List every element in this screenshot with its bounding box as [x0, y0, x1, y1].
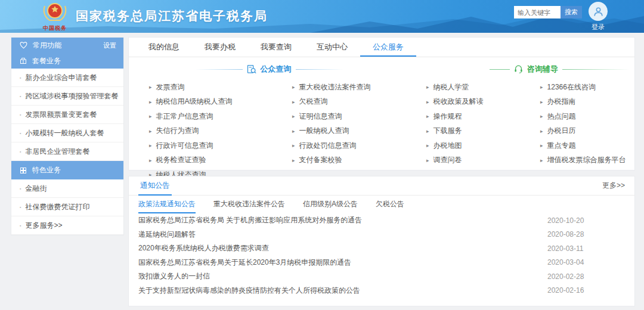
query-column-2: ▸重大税收违法案件查询 ▸欠税查询 ▸证明信息查询 ▸一般纳税人查询 ▸行政处罚… — [292, 80, 426, 182]
notice-item-date: 2020-08-28 — [547, 230, 625, 238]
notice-item-date: 2020-02-28 — [547, 272, 625, 281]
link-label: 下载服务 — [434, 126, 462, 136]
subtab-major-violations[interactable]: 重大税收违法案件公告 — [213, 196, 285, 213]
sidebar-item-finance-street[interactable]: ▪金融街 — [11, 179, 123, 198]
sidebar-item-label: 发票限额票量变更套餐 — [25, 110, 97, 120]
tab-my-info[interactable]: 我的信息 — [136, 38, 192, 57]
sidebar-item-label: 跨区域涉税事项报验管理套餐 — [25, 91, 118, 101]
nav-tabs: 我的信息 我要办税 我要查询 互动中心 公众服务 — [129, 38, 634, 57]
arrow-icon: ▸ — [292, 84, 295, 90]
search-button[interactable]: 搜索 — [561, 6, 582, 18]
notice-item-title: 2020年税务系统纳税人办税缴费需求调查 — [138, 243, 547, 253]
subtab-credit-a[interactable]: 信用级别A级公告 — [303, 196, 358, 213]
notice-header: 通知公告 更多>> — [129, 176, 634, 196]
sidebar-package-business[interactable]: 套餐业务 — [11, 53, 123, 69]
decorative-line — [296, 69, 343, 70]
main-panel: 我的信息 我要办税 我要查询 互动中心 公众服务 — [128, 37, 635, 170]
link-major-violation-query[interactable]: ▸重大税收违法案件查询 — [292, 80, 426, 95]
arrow-icon: ▸ — [426, 128, 429, 134]
arrow-icon: ▸ — [540, 157, 543, 163]
search-input[interactable] — [514, 6, 561, 18]
sidebar-item-small-scale[interactable]: ▪小规模转一般纳税人套餐 — [11, 124, 123, 142]
sidebar-item-featured-business[interactable]: 特色业务 — [11, 161, 123, 179]
notice-row[interactable]: 递延纳税问题解答 2020-08-28 — [129, 228, 634, 242]
link-dishonesty-query[interactable]: ▸失信行为查询 — [149, 124, 292, 139]
login-link[interactable]: 登录 — [585, 23, 611, 32]
link-invoice-query[interactable]: ▸发票查询 — [149, 80, 292, 95]
link-tax-map[interactable]: ▸办税地图 — [426, 138, 490, 153]
query-column-3: ▸纳税人学堂 ▸税收政策及解读 ▸操作规程 ▸下载服务 ▸办税地图 ▸调查问卷 — [426, 80, 490, 182]
link-tax-arrears-query[interactable]: ▸欠税查询 — [292, 95, 426, 110]
link-12366-online[interactable]: ▸12366在线咨询 — [540, 80, 634, 95]
link-label: 证明信息查询 — [299, 111, 342, 122]
link-label: 失信行为查询 — [156, 126, 199, 136]
notice-item-date: 2020-03-04 — [547, 258, 625, 266]
link-tax-policy[interactable]: ▸税收政策及解读 — [426, 95, 490, 110]
sidebar-item-more-services[interactable]: ▪更多服务>> — [11, 216, 123, 235]
sidebar-item-label: 小规模转一般纳税人套餐 — [25, 128, 104, 138]
link-tax-calendar[interactable]: ▸办税日历 — [540, 124, 634, 139]
link-taxpayer-school[interactable]: ▸纳税人学堂 — [426, 80, 490, 95]
arrow-icon: ▸ — [540, 113, 543, 119]
tax-emblem-logo: 中国税务 — [39, 1, 70, 31]
sidebar-item-cross-region[interactable]: ▪跨区域涉税事项报验管理套餐 — [11, 87, 123, 106]
notice-item-title: 国家税务总局江苏省税务局关于延长2020年3月纳税申报期限的通告 — [138, 258, 547, 268]
sidebar-item-label: 新办企业综合申请套餐 — [25, 73, 97, 83]
arrow-icon: ▸ — [149, 128, 152, 134]
link-inspection-cert-check[interactable]: ▸税务检查证查验 — [149, 153, 292, 168]
link-label: 纳税人学堂 — [434, 82, 469, 92]
notice-item-title: 致扣缴义务人的一封信 — [138, 271, 547, 281]
sidebar-item-new-enterprise[interactable]: ▪新办企业综合申请套餐 — [11, 69, 123, 87]
link-admin-penalty-query[interactable]: ▸行政处罚信息查询 — [292, 138, 426, 153]
subtab-policy-notices[interactable]: 政策法规通知公告 — [138, 196, 196, 213]
link-vat-invoice-platform[interactable]: ▸增值税发票综合服务平台 — [540, 153, 634, 168]
link-survey[interactable]: ▸调查问卷 — [426, 153, 490, 168]
arrow-icon: ▸ — [540, 84, 543, 90]
link-label: 税收政策及解读 — [434, 97, 484, 107]
tab-public-services[interactable]: 公众服务 — [360, 38, 416, 57]
arrow-icon: ▸ — [149, 142, 152, 148]
tab-tax-handling[interactable]: 我要办税 — [192, 38, 248, 57]
tab-interaction-center[interactable]: 互动中心 — [304, 38, 360, 57]
link-admin-license-query[interactable]: ▸行政许可信息查询 — [149, 138, 292, 153]
link-hot-issues[interactable]: ▸热点问题 — [540, 109, 634, 124]
link-abnormal-account-query[interactable]: ▸非正常户信息查询 — [149, 109, 292, 124]
notice-row[interactable]: 关于支持新型冠状病毒感染的肺炎疫情防控有关个人所得税政策的公告 2020-02-… — [129, 284, 634, 298]
arrow-icon: ▸ — [540, 99, 543, 105]
featured-business-label: 特色业务 — [32, 165, 61, 175]
notice-item-title: 国家税务总局江苏省税务局 关于机房搬迁影响应用系统对外服务的通告 — [138, 215, 547, 225]
link-payment-record-check[interactable]: ▸支付备案校验 — [292, 153, 426, 168]
link-certificate-info-query[interactable]: ▸证明信息查询 — [292, 109, 426, 124]
bullet-icon: ▪ — [20, 187, 21, 191]
headset-icon — [514, 65, 523, 73]
notice-row[interactable]: 国家税务总局江苏省税务局关于延长2020年3月纳税申报期限的通告 2020-03… — [129, 256, 634, 270]
notice-row[interactable]: 2020年税务系统纳税人办税缴费需求调查 2020-03-11 — [129, 241, 634, 256]
subtab-tax-arrears[interactable]: 欠税公告 — [376, 196, 404, 213]
sidebar-common-functions[interactable]: 常用功能 设置 — [11, 38, 123, 53]
arrow-icon: ▸ — [149, 99, 152, 105]
document-search-icon — [247, 65, 256, 74]
arrow-icon: ▸ — [540, 128, 543, 134]
sidebar-item-invoice-limit[interactable]: ▪发票限额票量变更套餐 — [11, 106, 123, 124]
notice-row[interactable]: 国家税务总局江苏省税务局 关于机房搬迁影响应用系统对外服务的通告 2020-10… — [129, 213, 634, 228]
link-download-service[interactable]: ▸下载服务 — [426, 124, 490, 139]
notice-title-tab[interactable]: 通知公告 — [138, 176, 172, 196]
page: 中国税务 国家税务总局江苏省电子税务局 搜索 登录 常用功能 设置 — [0, 0, 644, 310]
sidebar-item-social-security[interactable]: ▪社保费缴费凭证打印 — [11, 198, 123, 216]
link-key-topics[interactable]: ▸重点专题 — [540, 138, 634, 153]
link-general-taxpayer-query[interactable]: ▸一般纳税人查询 — [292, 124, 426, 139]
arrow-icon: ▸ — [149, 113, 152, 119]
settings-link[interactable]: 设置 — [103, 41, 116, 50]
sidebar-item-label: 金融街 — [25, 184, 47, 194]
arrow-icon: ▸ — [292, 113, 295, 119]
link-tax-guide[interactable]: ▸办税指南 — [540, 95, 634, 110]
user-avatar[interactable] — [589, 2, 608, 21]
arrow-icon: ▸ — [292, 128, 295, 134]
link-operation-rules[interactable]: ▸操作规程 — [426, 109, 490, 124]
tab-my-query[interactable]: 我要查询 — [248, 38, 304, 57]
service-sections: 公众查询 ▸发票查询 ▸纳税信用A级纳税人查询 ▸非正常户信息查询 ▸失信行为查… — [129, 57, 634, 182]
link-credit-a-query[interactable]: ▸纳税信用A级纳税人查询 — [149, 95, 292, 110]
notice-more-link[interactable]: 更多>> — [602, 181, 625, 191]
notice-row[interactable]: 致扣缴义务人的一封信 2020-02-28 — [129, 269, 634, 284]
sidebar-item-nonresident[interactable]: ▪非居民企业管理套餐 — [11, 142, 123, 161]
